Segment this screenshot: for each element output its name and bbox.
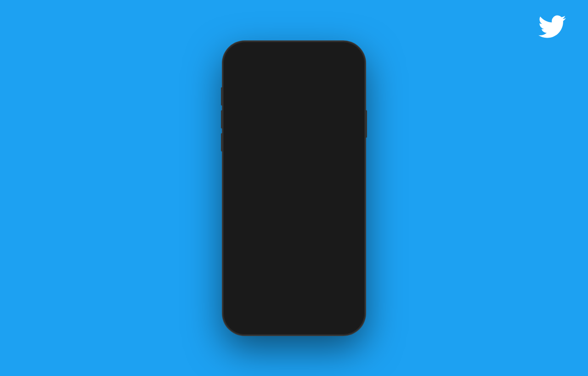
notch-speaker <box>282 51 300 53</box>
more-button[interactable] <box>339 72 354 86</box>
tab-media[interactable]: Media <box>294 181 328 206</box>
phone-screen: 9:41 <box>227 46 361 331</box>
profile-tabs: Tweets Tweets & Replies Media Likes <box>227 181 361 206</box>
verified-badge-popup <box>325 118 345 139</box>
following-label: Following <box>249 168 274 175</box>
notch-camera <box>303 50 306 54</box>
tab-likes[interactable]: Likes <box>328 181 361 206</box>
followers-count: 1.2M <box>282 168 295 175</box>
stats-row: 1.6K Following 1.2M Followers <box>235 168 353 175</box>
tweet-verified-badge <box>308 224 314 231</box>
tab-tweets-replies[interactable]: Tweets & Replies <box>261 181 294 206</box>
tweet-image <box>258 247 353 289</box>
profile-name: Business Account <box>235 147 306 157</box>
svg-point-0 <box>343 78 345 79</box>
tweet-text: Thank you for all of your support! <box>258 236 353 244</box>
following-stat: 1.6K Following <box>235 168 274 175</box>
tweet-header: Business Account @Busines... · 1h ··· <box>258 221 353 235</box>
pinned-tweet-item[interactable]: Business Account @Busines... · 1h ··· <box>227 219 361 293</box>
message-button[interactable] <box>297 110 313 125</box>
followers-stat: 1.2M Followers <box>282 168 322 175</box>
wifi-icon <box>331 56 338 61</box>
avatar-area: + Follow <box>235 110 353 131</box>
tweet-content: Business Account @Busines... · 1h ··· <box>258 221 353 289</box>
following-count: 1.6K <box>235 168 247 175</box>
profile-section: + Follow <box>227 110 361 206</box>
back-button[interactable] <box>234 72 249 86</box>
pinned-label: Pinned Tweet <box>263 211 298 217</box>
tweet-avatar <box>235 221 253 239</box>
tweet-handle-time: @Busines... · 1h <box>316 221 345 234</box>
svg-point-1 <box>346 78 347 79</box>
followers-label: Followers <box>297 168 322 175</box>
notification-bell-button[interactable]: + <box>278 110 294 125</box>
profile-name-row: Business Account <box>235 147 353 157</box>
avatar <box>235 95 267 127</box>
pin-icon: 📌 <box>253 211 260 217</box>
twitter-logo <box>538 13 566 40</box>
action-buttons: + Follow <box>278 110 353 127</box>
status-time: 9:41 <box>238 55 250 62</box>
profile-handle: @BusinessAccount <box>235 158 353 165</box>
pinned-tweet-header: 📌 Pinned Tweet <box>227 206 361 219</box>
signal-bars-icon <box>322 56 330 61</box>
battery-icon <box>339 56 350 61</box>
phone-notch <box>266 46 322 58</box>
svg-point-2 <box>349 78 350 79</box>
phone-mockup: 9:41 <box>223 41 365 335</box>
tweet-author-name: Business Account <box>258 221 306 235</box>
tweet-more-button[interactable]: ··· <box>347 224 353 232</box>
status-icons <box>322 56 350 61</box>
tab-tweets[interactable]: Tweets <box>227 181 261 206</box>
tweet-feed: 📌 Pinned Tweet Business Account <box>227 206 361 293</box>
svg-text:+: + <box>286 114 288 117</box>
